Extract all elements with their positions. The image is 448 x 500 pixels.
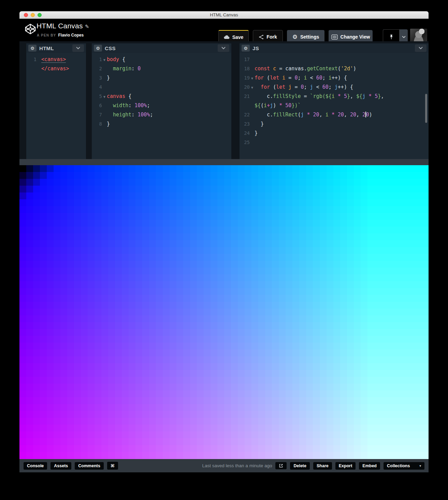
line-number: 6 bbox=[92, 101, 102, 110]
pen-title: HTML Canvas✎ bbox=[37, 22, 89, 30]
code-token: height bbox=[113, 112, 131, 118]
code-token bbox=[107, 66, 113, 72]
keyboard-shortcuts-button[interactable]: ⌘ bbox=[107, 462, 118, 470]
code-line[interactable]: 8} bbox=[92, 119, 231, 129]
js-panel-gear-button[interactable]: ⚙ bbox=[242, 45, 250, 52]
assets-button[interactable]: Assets bbox=[50, 462, 71, 470]
line-number: 25 bbox=[240, 138, 250, 147]
code-line[interactable]: 19▼for (let i = 0; i < 60; i++) { bbox=[240, 73, 429, 83]
code-token: ++) { bbox=[338, 84, 353, 90]
line-number: 1 bbox=[26, 55, 37, 64]
html-panel-gear-button[interactable]: ⚙ bbox=[28, 45, 37, 52]
code-token: ; bbox=[147, 102, 150, 109]
line-number: 5 bbox=[92, 92, 102, 101]
line-number: 8 bbox=[92, 119, 102, 129]
code-line[interactable]: 21 c.fillStyle = `rgb(${i * 5}, ${j * 5}… bbox=[240, 92, 429, 101]
codepen-logo-icon[interactable] bbox=[25, 23, 36, 36]
share-button[interactable]: Share bbox=[313, 462, 332, 470]
code-token: } bbox=[255, 121, 264, 127]
code-token: 60 bbox=[316, 75, 322, 81]
editor-preview-resizer[interactable] bbox=[19, 159, 429, 165]
code-token: * bbox=[279, 102, 285, 109]
fold-arrow-icon[interactable]: ▼ bbox=[102, 92, 107, 101]
code-line[interactable]: 6 width: 100%; bbox=[92, 101, 231, 110]
code-line[interactable]: 4 bbox=[92, 83, 231, 92]
code-line[interactable]: 24} bbox=[240, 129, 429, 138]
code-token: < bbox=[313, 84, 322, 90]
css-panel-collapse-button[interactable] bbox=[218, 44, 229, 52]
css-panel-gear-button[interactable]: ⚙ bbox=[94, 45, 102, 52]
code-token: ${ bbox=[326, 93, 332, 99]
html-code[interactable]: 1<canvas></canvas> bbox=[26, 53, 86, 73]
code-token: i bbox=[329, 75, 332, 81]
code-token: ; bbox=[322, 75, 329, 81]
js-code[interactable]: 1718const c = canvas.getContext('2d')19▼… bbox=[240, 53, 429, 147]
code-token: i bbox=[264, 102, 267, 109]
export-button[interactable]: Export bbox=[335, 462, 356, 470]
css-panel-header: ⚙ CSS bbox=[92, 43, 231, 53]
code-line[interactable]: 2 margin: 0 bbox=[92, 64, 231, 73]
collections-dropdown[interactable]: Collections ▾ bbox=[384, 462, 424, 470]
window-title: HTML Canvas bbox=[19, 12, 429, 17]
code-token: <canvas> bbox=[41, 56, 66, 63]
code-line[interactable]: 3} bbox=[92, 73, 231, 83]
code-token: ; bbox=[329, 84, 335, 90]
fold-arrow-icon[interactable]: ▼ bbox=[250, 83, 255, 92]
comments-button[interactable]: Comments bbox=[75, 462, 104, 470]
macos-window: HTML Canvas HTML Canvas✎ A PEN BY Flavio… bbox=[19, 11, 429, 472]
code-token: ${ bbox=[255, 102, 261, 109]
open-live-view-button[interactable] bbox=[275, 462, 287, 469]
code-token: 100% bbox=[138, 112, 150, 118]
gear-icon: ⚙ bbox=[30, 46, 34, 51]
code-line[interactable]: 1▼body { bbox=[92, 55, 231, 64]
fold-arrow-icon[interactable]: ▼ bbox=[250, 74, 255, 83]
css-code[interactable]: 1▼body {2 margin: 03}45▼canvas {6 width:… bbox=[92, 53, 231, 129]
code-line[interactable]: 5▼canvas { bbox=[92, 92, 231, 101]
author-link[interactable]: Flavio Copes bbox=[58, 33, 84, 38]
js-editor-panel: ⚙ JS 1718const c = canvas.getContext('2d… bbox=[240, 43, 429, 159]
code-line[interactable]: 17 bbox=[240, 55, 429, 64]
line-number: 1 bbox=[92, 55, 102, 64]
fold-arrow-icon[interactable]: ▼ bbox=[102, 55, 107, 65]
code-line[interactable]: ${(i+j) * 50})` bbox=[240, 101, 429, 110]
code-line[interactable]: 22 c.fillRect(j * 20, i * 20, 20, 20) bbox=[240, 110, 429, 119]
dropdown-arrow-icon: ▾ bbox=[419, 464, 421, 468]
pushpin-icon bbox=[389, 34, 394, 40]
js-scrollbar-thumb[interactable] bbox=[425, 94, 427, 123]
code-token bbox=[107, 102, 113, 109]
fork-icon bbox=[259, 34, 264, 40]
code-line[interactable]: 23 } bbox=[240, 119, 429, 129]
html-panel-collapse-button[interactable] bbox=[72, 44, 84, 52]
code-token: i bbox=[326, 112, 329, 118]
code-token: ( bbox=[264, 75, 270, 81]
code-line[interactable]: 18const c = canvas.getContext('2d') bbox=[240, 64, 429, 73]
js-panel-collapse-button[interactable] bbox=[415, 44, 427, 52]
code-line[interactable]: 1<canvas> bbox=[26, 55, 86, 64]
pencil-icon[interactable]: ✎ bbox=[85, 24, 89, 29]
js-panel-header: ⚙ JS bbox=[240, 43, 429, 53]
css-editor-panel: ⚙ CSS 1▼body {2 margin: 03}45▼canvas {6 … bbox=[92, 43, 231, 159]
macos-titlebar[interactable]: HTML Canvas bbox=[19, 11, 429, 19]
code-token: + bbox=[267, 102, 270, 109]
code-token: j bbox=[362, 93, 365, 99]
code-token: , bbox=[381, 93, 384, 99]
code-token: 50 bbox=[285, 102, 291, 109]
pen-title-text: HTML Canvas bbox=[37, 22, 83, 30]
delete-button[interactable]: Delete bbox=[290, 462, 310, 470]
code-token: body bbox=[107, 56, 119, 62]
code-line[interactable]: 7 height: 100%; bbox=[92, 110, 231, 119]
console-button[interactable]: Console bbox=[24, 462, 47, 470]
pin-dropdown-button[interactable] bbox=[400, 36, 408, 38]
code-token: 2 bbox=[362, 112, 365, 118]
code-line[interactable]: 20▼ for (let j = 0; j < 60; j++) { bbox=[240, 83, 429, 92]
fork-button-label: Fork bbox=[266, 34, 277, 40]
html-editor-panel: ⚙ HTML 1<canvas></canvas> bbox=[26, 43, 86, 159]
code-token: 0 bbox=[366, 112, 369, 118]
code-token: * bbox=[304, 112, 313, 118]
code-token: : bbox=[131, 66, 138, 72]
embed-button[interactable]: Embed bbox=[359, 462, 380, 470]
code-line[interactable]: </canvas> bbox=[26, 64, 86, 73]
collections-label: Collections bbox=[387, 463, 410, 468]
code-line[interactable]: 25 bbox=[240, 138, 429, 147]
line-number: 19 bbox=[240, 73, 250, 83]
